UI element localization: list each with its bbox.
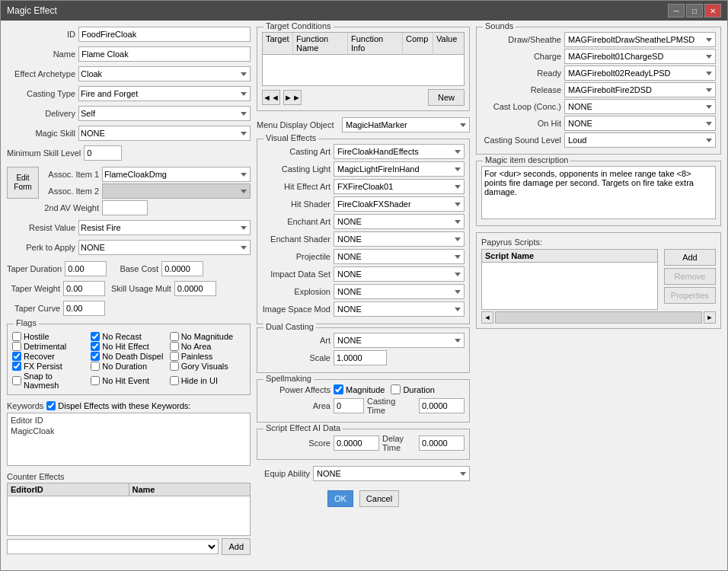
no-duration-checkbox[interactable]	[91, 362, 100, 371]
counter-add-select[interactable]	[7, 539, 219, 554]
casting-light-select[interactable]: MagicLightFireInHand	[334, 161, 465, 177]
score-input[interactable]	[334, 435, 379, 451]
impact-data-select[interactable]: NONE	[334, 266, 465, 282]
papyrus-properties-button[interactable]: Properties	[664, 287, 716, 304]
edit-form-button[interactable]: EditForm	[7, 167, 39, 199]
delay-time-input[interactable]	[419, 435, 465, 451]
fx-persist-checkbox[interactable]	[12, 362, 21, 371]
no-hit-event-flag[interactable]: No Hit Event	[91, 372, 166, 390]
skill-usage-input[interactable]	[174, 281, 216, 296]
assoc-item1-select[interactable]: FlameCloakDmg	[102, 167, 251, 182]
perk-to-apply-select[interactable]: NONE	[78, 240, 251, 255]
dual-art-select[interactable]: NONE	[334, 333, 465, 348]
dispel-keywords-toggle[interactable]: Dispel Effects with these Keywords:	[46, 401, 190, 410]
no-death-dispel-flag[interactable]: No Death Dispel	[91, 352, 166, 361]
hit-shader-select[interactable]: FireCloakFXShader	[334, 196, 465, 212]
power-affects-row: Power Affects Magnitude Duration	[262, 384, 465, 394]
effect-archetype-select[interactable]: Cloak	[78, 66, 251, 81]
no-recast-flag[interactable]: No Recast	[91, 332, 166, 341]
magic-item-desc-textarea[interactable]: For <dur> seconds, opponents in melee ra…	[481, 166, 716, 219]
dual-scale-input[interactable]	[334, 350, 387, 365]
hit-effect-art-select[interactable]: FXFireCloak01	[334, 179, 465, 194]
counter-add-button[interactable]: Add	[222, 538, 251, 555]
snap-navmesh-flag[interactable]: Snap to Navmesh	[12, 372, 88, 390]
delivery-select[interactable]: Self	[78, 106, 251, 121]
no-magnitude-checkbox[interactable]	[170, 332, 179, 341]
painless-checkbox[interactable]	[170, 352, 179, 361]
magnitude-checkbox[interactable]	[334, 384, 343, 394]
casting-time-input[interactable]	[419, 398, 465, 413]
taper-duration-input[interactable]	[65, 261, 107, 276]
no-death-dispel-checkbox[interactable]	[91, 352, 100, 361]
scroll-left-button[interactable]: ◄	[481, 311, 493, 324]
painless-flag[interactable]: Painless	[170, 352, 245, 361]
dispel-keywords-checkbox[interactable]	[46, 401, 56, 410]
maximize-button[interactable]: □	[686, 4, 703, 18]
papyrus-remove-button[interactable]: Remove	[664, 268, 716, 285]
explosion-select[interactable]: NONE	[334, 284, 465, 299]
no-duration-flag[interactable]: No Duration	[91, 362, 166, 371]
hostile-checkbox[interactable]	[12, 332, 21, 341]
casting-sound-level-select[interactable]: Loud	[564, 132, 716, 148]
cast-loop-select[interactable]: NONE	[564, 99, 716, 114]
tc-nav-prev-button[interactable]: ►►	[283, 90, 302, 105]
snap-navmesh-checkbox[interactable]	[12, 376, 21, 385]
ready-select[interactable]: MAGFirebolt02ReadyLPSD	[564, 65, 716, 81]
duration-checkbox[interactable]	[391, 384, 401, 394]
gory-visuals-checkbox[interactable]	[170, 362, 179, 371]
resist-value-select[interactable]: Resist Fire	[78, 220, 251, 235]
tc-new-button[interactable]: New	[428, 89, 465, 106]
image-space-select[interactable]: NONE	[334, 301, 465, 317]
duration-check[interactable]: Duration	[391, 384, 435, 394]
hide-in-ui-checkbox[interactable]	[170, 376, 179, 385]
no-magnitude-flag[interactable]: No Magnitude	[170, 332, 245, 341]
recover-checkbox[interactable]	[12, 352, 21, 361]
scroll-track[interactable]	[495, 311, 702, 324]
taper-curve-input[interactable]	[63, 301, 105, 316]
projectile-select[interactable]: NONE	[334, 249, 465, 264]
detrimental-flag[interactable]: Detrimental	[12, 342, 88, 351]
enchant-art-select[interactable]: NONE	[334, 214, 465, 229]
on-hit-select[interactable]: NONE	[564, 116, 716, 131]
fx-persist-flag[interactable]: FX Persist	[12, 362, 88, 371]
tc-nav-first-button[interactable]: ◄◄	[262, 90, 280, 105]
name-input[interactable]	[78, 46, 251, 62]
scroll-right-button[interactable]: ►	[704, 311, 716, 324]
hide-in-ui-flag[interactable]: Hide in UI	[170, 372, 245, 390]
flags-grid: Hostile No Recast No Magnitude Detr	[12, 332, 245, 390]
no-hit-event-checkbox[interactable]	[91, 376, 100, 385]
id-input[interactable]	[78, 27, 251, 42]
casting-type-select[interactable]: Fire and Forget	[78, 86, 251, 101]
tc-nav-first-icon: ◄◄	[263, 93, 279, 102]
no-area-flag[interactable]: No Area	[170, 342, 245, 351]
assoc-item2-select[interactable]	[102, 183, 251, 199]
minimize-button[interactable]: ─	[668, 4, 685, 18]
menu-display-select[interactable]: MagicHatMarker	[342, 117, 470, 132]
no-hit-effect-flag[interactable]: No Hit Effect	[91, 342, 166, 351]
base-cost-input[interactable]	[161, 261, 203, 276]
gory-visuals-flag[interactable]: Gory Visuals	[170, 362, 245, 371]
papyrus-add-button[interactable]: Add	[664, 249, 716, 266]
taper-weight-input[interactable]	[63, 281, 105, 296]
av-weight-input[interactable]	[102, 200, 148, 215]
magnitude-check[interactable]: Magnitude	[334, 384, 385, 394]
no-hit-effect-checkbox[interactable]	[91, 342, 100, 351]
area-input[interactable]	[334, 398, 364, 413]
image-space-label: Image Space Mod	[262, 305, 330, 314]
draw-sheathe-select[interactable]: MAGFireboltDrawSheatheLPMSD	[564, 32, 716, 47]
hostile-flag[interactable]: Hostile	[12, 332, 88, 341]
ok-button[interactable]: OK	[327, 490, 353, 507]
magic-skill-select[interactable]: NONE	[78, 126, 251, 141]
close-button[interactable]: ✕	[704, 4, 721, 18]
enchant-shader-select[interactable]: NONE	[334, 231, 465, 247]
recover-flag[interactable]: Recover	[12, 352, 88, 361]
equip-ability-select[interactable]: NONE	[313, 466, 470, 481]
no-area-checkbox[interactable]	[170, 342, 179, 351]
min-skill-input[interactable]	[84, 145, 122, 161]
no-recast-checkbox[interactable]	[91, 332, 100, 341]
casting-art-select[interactable]: FireCloakHandEffects	[334, 144, 465, 159]
charge-select[interactable]: MAGFirebolt01ChargeSD	[564, 49, 716, 64]
detrimental-checkbox[interactable]	[12, 342, 21, 351]
release-select[interactable]: MAGFireboltFire2DSD	[564, 82, 716, 97]
cancel-button[interactable]: Cancel	[359, 490, 399, 507]
